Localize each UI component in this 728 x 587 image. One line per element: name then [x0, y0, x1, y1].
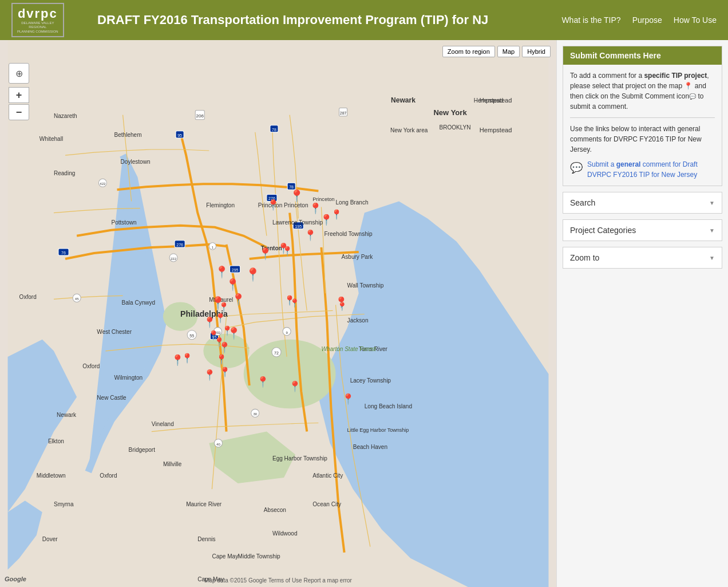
pan-control[interactable]: ⊕ [9, 63, 29, 84]
accordion-project-categories[interactable]: Project Categories ▼ [563, 219, 722, 241]
divider [570, 117, 715, 118]
svg-text:📍: 📍 [337, 301, 347, 312]
svg-text:Oxford: Oxford [19, 294, 37, 300]
svg-text:Freehold Township: Freehold Township [324, 231, 373, 237]
svg-text:📍: 📍 [331, 209, 343, 220]
map-footer-text: Map data ©2015 Google Terms of Use Repor… [0, 577, 556, 584]
svg-text:78: 78 [272, 128, 276, 132]
svg-text:Little Egg Harbor Township: Little Egg Harbor Township [347, 427, 409, 433]
map-type-hybrid-button[interactable]: Hybrid [522, 46, 551, 57]
svg-text:📍: 📍 [309, 202, 322, 215]
header: dvrpc DELAWARE VALLEYREGIONALPLANNING CO… [0, 0, 728, 40]
svg-text:Whitehall: Whitehall [39, 136, 63, 142]
svg-text:Lacey Township: Lacey Township [350, 377, 391, 384]
svg-text:295: 295 [232, 268, 239, 272]
svg-text:422: 422 [100, 182, 106, 186]
accordion-project-categories-header[interactable]: Project Categories ▼ [563, 220, 722, 241]
svg-text:Long Branch: Long Branch [336, 199, 369, 205]
svg-text:📍: 📍 [181, 353, 193, 364]
svg-text:Dennis: Dennis [197, 536, 215, 542]
submit-comments-header: Submit Comments Here [563, 46, 722, 65]
svg-text:Princeton: Princeton [284, 202, 308, 208]
svg-text:Princeton: Princeton [312, 196, 334, 202]
general-link[interactable]: general [616, 160, 641, 168]
main-layout: Zoom to region Map Hybrid ⊕ + − [0, 40, 728, 587]
svg-text:📍: 📍 [267, 199, 280, 211]
accordion-search-label: Search [570, 198, 595, 207]
svg-text:📍: 📍 [221, 325, 234, 336]
svg-text:Newark: Newark [57, 412, 77, 418]
svg-text:Wharton State Forest: Wharton State Forest [321, 346, 377, 352]
svg-text:Maurice River: Maurice River [186, 501, 222, 507]
nav-purpose[interactable]: Purpose [632, 15, 662, 25]
nav-how-to-use[interactable]: How To Use [674, 15, 717, 25]
svg-text:Atlantic City: Atlantic City [312, 472, 343, 479]
submit-comments-box: Submit Comments Here To add a comment fo… [563, 46, 722, 186]
map-type-map-button[interactable]: Map [497, 46, 520, 57]
svg-text:Oxford: Oxford [82, 363, 100, 369]
map-svg: 206 287 1 76 276 295 195 95 95 78 276 78 [0, 40, 556, 587]
svg-text:BROOKLYN: BROOKLYN [439, 124, 470, 131]
accordion-project-categories-label: Project Categories [570, 226, 636, 235]
zoom-in-button[interactable]: + [9, 87, 29, 103]
svg-text:Wildwood: Wildwood [272, 530, 298, 537]
svg-text:Absecon: Absecon [264, 507, 286, 513]
accordion-zoom-to[interactable]: Zoom to ▼ [563, 247, 722, 269]
svg-text:New York: New York [433, 108, 467, 117]
logo-box: dvrpc DELAWARE VALLEYREGIONALPLANNING CO… [11, 3, 64, 37]
svg-text:95: 95 [177, 133, 182, 137]
svg-text:📍: 📍 [219, 367, 231, 377]
page-title: DRAFT FY2016 Transportation Improvement … [92, 13, 561, 27]
accordion-zoom-to-label: Zoom to [570, 253, 599, 262]
accordion-search[interactable]: Search ▼ [563, 192, 722, 214]
svg-text:45: 45 [75, 297, 79, 301]
svg-text:📍: 📍 [282, 246, 294, 257]
svg-text:Beach Haven: Beach Haven [353, 444, 387, 450]
svg-text:Cape May: Cape May [212, 553, 238, 560]
map-container[interactable]: Zoom to region Map Hybrid ⊕ + − [0, 40, 556, 587]
svg-text:Bridgeport: Bridgeport [129, 447, 156, 453]
svg-text:📍: 📍 [215, 265, 230, 279]
svg-text:Jackson: Jackson [347, 317, 369, 324]
svg-text:📍: 📍 [258, 247, 273, 261]
svg-text:New Castle: New Castle [97, 395, 126, 401]
logo-area: dvrpc DELAWARE VALLEYREGIONALPLANNING CO… [11, 3, 92, 37]
accordion-project-categories-arrow: ▼ [709, 227, 715, 234]
svg-text:📍: 📍 [216, 354, 228, 365]
svg-text:Pottstown: Pottstown [111, 219, 136, 226]
svg-text:Hempstead: Hempstead [480, 127, 512, 133]
accordion-search-header[interactable]: Search ▼ [563, 192, 722, 213]
svg-text:Bala Cynwyd: Bala Cynwyd [122, 300, 156, 306]
accordion-zoom-to-arrow: ▼ [709, 255, 715, 261]
svg-text:Bethlehem: Bethlehem [114, 132, 142, 138]
comment-icon-inline: 💬 [689, 93, 696, 100]
svg-text:Smyrna: Smyrna [54, 501, 74, 507]
svg-text:📍: 📍 [290, 189, 304, 203]
svg-text:78: 78 [289, 185, 294, 189]
svg-text:Long Beach Island: Long Beach Island [365, 403, 412, 409]
svg-text:30: 30 [253, 412, 257, 416]
header-nav: What is the TIP? Purpose How To Use [561, 15, 717, 25]
svg-text:Egg Harbor Township: Egg Harbor Township [272, 455, 327, 462]
accordion-zoom-to-header[interactable]: Zoom to ▼ [563, 247, 722, 268]
zoom-to-region-button[interactable]: Zoom to region [442, 46, 495, 57]
sidebar: Submit Comments Here To add a comment fo… [556, 40, 728, 587]
nav-what-is-tip[interactable]: What is the TIP? [561, 15, 620, 25]
svg-text:📍: 📍 [245, 267, 261, 282]
specific-tip-project-label: specific TIP project [644, 72, 707, 80]
svg-text:📍: 📍 [231, 293, 246, 306]
svg-text:📍: 📍 [203, 369, 216, 381]
svg-text:76: 76 [61, 251, 66, 255]
svg-text:Asbury Park: Asbury Park [342, 254, 374, 260]
general-comment-link[interactable]: Submit a general comment for Draft DVRPC… [587, 159, 715, 180]
svg-text:Doylestown: Doylestown [121, 159, 151, 165]
svg-text:📍: 📍 [256, 376, 270, 388]
svg-text:276: 276 [176, 243, 183, 247]
svg-text:📍: 📍 [225, 278, 240, 291]
svg-text:Hempstead: Hempstead [474, 97, 503, 104]
svg-text:📍: 📍 [218, 302, 230, 313]
zoom-out-button[interactable]: − [9, 104, 29, 120]
svg-text:📍: 📍 [288, 380, 302, 393]
general-comment-area: 💬 Submit a general comment for Draft DVR… [570, 159, 715, 180]
comment-bubble-icon: 💬 [570, 160, 583, 176]
